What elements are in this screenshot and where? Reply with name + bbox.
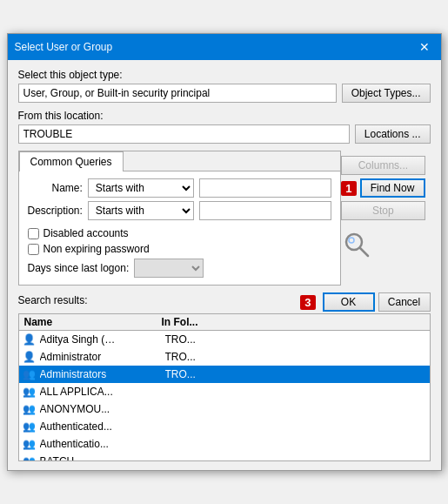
logon-label: Days since last logon: xyxy=(28,262,130,274)
object-type-input[interactable] xyxy=(18,84,337,103)
dialog-body: Select this object type: Object Types...… xyxy=(8,60,441,470)
name-value-input[interactable] xyxy=(199,178,331,198)
results-list: 👤 Aditya Singh (… TRO... 👤 Administrator… xyxy=(19,331,430,461)
row-folder: TRO... xyxy=(165,368,235,380)
query-grid: Name: Starts with Description: Starts wi… xyxy=(28,178,332,220)
row-folder: TRO... xyxy=(165,333,235,346)
tab-container: Common Queries Name: Starts with Descrip… xyxy=(18,151,342,286)
columns-button[interactable]: Columns... xyxy=(341,156,425,175)
ok-badge-area: 3 OK Cancel xyxy=(300,292,430,312)
row-icon: 👥 xyxy=(23,437,37,451)
row-icon: 👤 xyxy=(23,333,37,346)
row-icon: 👥 xyxy=(23,420,37,433)
table-row[interactable]: 👥 Authenticated... xyxy=(19,418,430,435)
col-folder-header: In Fol... xyxy=(162,316,231,328)
table-row[interactable]: 👥 ANONYMOU... xyxy=(19,400,430,418)
find-now-button[interactable]: Find Now xyxy=(360,178,425,198)
nonexpiring-label: Non expiring password xyxy=(43,243,150,255)
disabled-accounts-checkbox[interactable] xyxy=(28,228,39,239)
stop-button[interactable]: Stop xyxy=(341,201,425,220)
row-icon: 👤 xyxy=(23,350,37,364)
nonexpiring-checkbox[interactable] xyxy=(28,244,39,255)
table-row[interactable]: 👥 BATCH xyxy=(19,453,430,461)
row-name: Administrator xyxy=(40,351,165,363)
tab-common-queries[interactable]: Common Queries xyxy=(19,151,124,171)
disabled-accounts-row: Disabled accounts xyxy=(28,227,332,239)
results-container: Name In Fol... 👤 Aditya Singh (… TRO... … xyxy=(18,313,431,461)
row-name: Aditya Singh (… xyxy=(40,333,165,346)
logon-row: Days since last logon: xyxy=(28,259,332,278)
close-button[interactable]: ✕ xyxy=(415,39,434,55)
object-types-button[interactable]: Object Types... xyxy=(342,84,431,103)
disabled-accounts-label: Disabled accounts xyxy=(43,227,129,239)
title-bar: Select User or Group ✕ xyxy=(8,34,441,60)
tab-wrapper: Common Queries Name: Starts with Descrip… xyxy=(18,151,342,292)
row-name: Authenticated... xyxy=(40,420,165,433)
tab-content: Name: Starts with Description: Starts wi… xyxy=(19,171,341,285)
row-name: BATCH xyxy=(40,455,165,461)
desc-label: Description: xyxy=(28,205,83,217)
row-name: Authenticatio... xyxy=(40,438,165,450)
col-name-header: Name xyxy=(23,316,162,328)
search-results-header: Search results: 3 OK Cancel xyxy=(18,292,431,312)
row-name: ANONYMOU... xyxy=(40,403,165,415)
location-row: Locations ... xyxy=(18,124,431,144)
row-icon: 👥 xyxy=(23,402,37,416)
table-row[interactable]: 👤 Aditya Singh (… TRO... xyxy=(19,331,430,348)
ok-button[interactable]: OK xyxy=(323,292,375,312)
locations-button[interactable]: Locations ... xyxy=(355,124,431,144)
find-now-badge: 1 xyxy=(341,181,356,196)
logon-select[interactable] xyxy=(134,259,204,278)
search-results-label: Search results: xyxy=(18,294,88,306)
dialog-title: Select User or Group xyxy=(15,41,113,53)
search-icon xyxy=(341,229,372,260)
row-icon: 👥 xyxy=(23,454,37,461)
name-operator-select[interactable]: Starts with xyxy=(88,178,194,198)
cancel-button[interactable]: Cancel xyxy=(378,292,431,312)
ok-badge: 3 xyxy=(300,295,315,310)
desc-value-input[interactable] xyxy=(199,201,331,220)
desc-operator-select[interactable]: Starts with xyxy=(88,201,194,220)
table-row[interactable]: 👥 ALL APPLICA... xyxy=(19,383,430,400)
table-row[interactable]: 👥 Administrators TRO... xyxy=(19,366,430,383)
row-folder: TRO... xyxy=(165,351,235,363)
location-label: From this location: xyxy=(18,110,431,122)
object-type-label: Select this object type: xyxy=(18,69,431,81)
results-header: Name In Fol... xyxy=(19,314,430,331)
row-name: Administrators xyxy=(40,368,165,380)
dialog-window: Select User or Group ✕ Select this objec… xyxy=(7,33,442,471)
row-name: ALL APPLICA... xyxy=(40,386,165,398)
object-type-row: Object Types... xyxy=(18,84,431,103)
location-input[interactable] xyxy=(18,124,350,144)
svg-point-2 xyxy=(349,238,354,243)
tab-header: Common Queries xyxy=(19,151,341,171)
nonexpiring-row: Non expiring password xyxy=(28,243,332,255)
table-row[interactable]: 👤 Administrator TRO... xyxy=(19,348,430,366)
name-label: Name: xyxy=(28,182,83,194)
tab-section: Common Queries Name: Starts with Descrip… xyxy=(18,151,431,292)
table-row[interactable]: 👥 Authenticatio... xyxy=(19,435,430,453)
row-icon: 👥 xyxy=(23,367,37,381)
svg-line-1 xyxy=(360,248,368,256)
row-icon: 👥 xyxy=(23,385,37,399)
side-buttons: Columns... 1 Find Now Stop xyxy=(341,151,430,292)
find-now-wrapper: 1 Find Now xyxy=(341,178,425,198)
